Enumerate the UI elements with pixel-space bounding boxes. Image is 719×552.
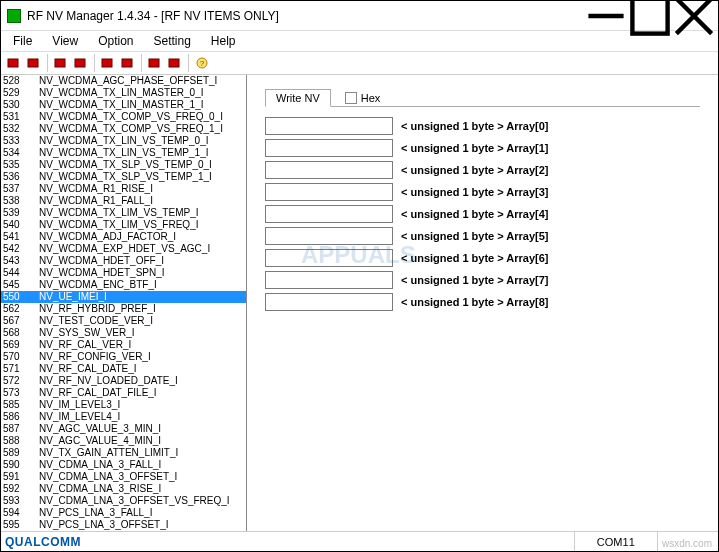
list-item[interactable]: 537NV_WCDMA_R1_RISE_I <box>1 183 246 195</box>
list-item[interactable]: 539NV_WCDMA_TX_LIM_VS_TEMP_I <box>1 207 246 219</box>
list-item[interactable]: 594NV_PCS_LNA_3_FALL_I <box>1 507 246 519</box>
toolbar-icon[interactable] <box>119 54 137 72</box>
maximize-button[interactable] <box>628 2 672 30</box>
list-item-num: 571 <box>1 363 33 375</box>
checkbox-icon[interactable] <box>345 92 357 104</box>
list-item-name: NV_WCDMA_TX_COMP_VS_FREQ_1_I <box>33 123 223 135</box>
list-item[interactable]: 543NV_WCDMA_HDET_OFF_I <box>1 255 246 267</box>
menu-help[interactable]: Help <box>203 32 244 50</box>
list-item-num: 595 <box>1 519 33 531</box>
list-item[interactable]: 567NV_TEST_CODE_VER_I <box>1 315 246 327</box>
list-item-num: 530 <box>1 99 33 111</box>
array-type-label: < unsigned 1 byte > Array[7] <box>401 274 549 286</box>
menu-setting[interactable]: Setting <box>146 32 199 50</box>
list-item-num: 590 <box>1 459 33 471</box>
menu-option[interactable]: Option <box>90 32 141 50</box>
svg-rect-11 <box>169 59 179 67</box>
list-item-name: NV_RF_CONFIG_VER_I <box>33 351 151 363</box>
array-value-input[interactable] <box>265 117 393 135</box>
list-item[interactable]: 528NV_WCDMA_AGC_PHASE_OFFSET_I <box>1 75 246 87</box>
array-value-input[interactable] <box>265 161 393 179</box>
list-item-num: 562 <box>1 303 33 315</box>
list-item[interactable]: 571NV_RF_CAL_DATE_I <box>1 363 246 375</box>
status-port: COM11 <box>574 532 657 551</box>
list-item[interactable]: 572NV_RF_NV_LOADED_DATE_I <box>1 375 246 387</box>
list-item[interactable]: 550NV_UE_IMEI_I <box>1 291 246 303</box>
array-value-input[interactable] <box>265 205 393 223</box>
nv-item-list[interactable]: 528NV_WCDMA_AGC_PHASE_OFFSET_I529NV_WCDM… <box>1 75 247 531</box>
list-item-name: NV_RF_NV_LOADED_DATE_I <box>33 375 178 387</box>
list-item[interactable]: 573NV_RF_CAL_DAT_FILE_I <box>1 387 246 399</box>
list-item[interactable]: 536NV_WCDMA_TX_SLP_VS_TEMP_1_I <box>1 171 246 183</box>
array-value-input[interactable] <box>265 271 393 289</box>
close-button[interactable] <box>672 2 716 30</box>
array-value-input[interactable] <box>265 227 393 245</box>
list-item-num: 588 <box>1 435 33 447</box>
hex-checkbox[interactable]: Hex <box>339 90 387 106</box>
array-field-row: < unsigned 1 byte > Array[6] <box>265 249 700 267</box>
list-item-num: 528 <box>1 75 33 87</box>
list-item[interactable]: 592NV_CDMA_LNA_3_RISE_I <box>1 483 246 495</box>
list-item[interactable]: 591NV_CDMA_LNA_3_OFFSET_I <box>1 471 246 483</box>
list-item[interactable]: 534NV_WCDMA_TX_LIN_VS_TEMP_1_I <box>1 147 246 159</box>
window-title: RF NV Manager 1.4.34 - [RF NV ITEMS ONLY… <box>27 9 584 23</box>
list-item-name: NV_WCDMA_ADJ_FACTOR_I <box>33 231 176 243</box>
list-item-num: 544 <box>1 267 33 279</box>
array-value-input[interactable] <box>265 139 393 157</box>
list-item[interactable]: 535NV_WCDMA_TX_SLP_VS_TEMP_0_I <box>1 159 246 171</box>
list-item[interactable]: 542NV_WCDMA_EXP_HDET_VS_AGC_I <box>1 243 246 255</box>
toolbar-icon[interactable] <box>146 54 164 72</box>
list-item[interactable]: 540NV_WCDMA_TX_LIM_VS_FREQ_I <box>1 219 246 231</box>
list-item[interactable]: 568NV_SYS_SW_VER_I <box>1 327 246 339</box>
toolbar-icon[interactable] <box>72 54 90 72</box>
array-value-input[interactable] <box>265 249 393 267</box>
list-item[interactable]: 531NV_WCDMA_TX_COMP_VS_FREQ_0_I <box>1 111 246 123</box>
toolbar-icon[interactable] <box>5 54 23 72</box>
list-item[interactable]: 589NV_TX_GAIN_ATTEN_LIMIT_I <box>1 447 246 459</box>
list-item[interactable]: 538NV_WCDMA_R1_FALL_I <box>1 195 246 207</box>
toolbar-icon[interactable] <box>25 54 43 72</box>
list-item[interactable]: 530NV_WCDMA_TX_LIN_MASTER_1_I <box>1 99 246 111</box>
menu-file[interactable]: File <box>5 32 40 50</box>
list-item[interactable]: 586NV_IM_LEVEL4_I <box>1 411 246 423</box>
brand-label: QUALCOMM <box>5 535 81 549</box>
list-item-num: 540 <box>1 219 33 231</box>
list-item[interactable]: 588NV_AGC_VALUE_4_MIN_I <box>1 435 246 447</box>
list-item-name: NV_CDMA_LNA_3_FALL_I <box>33 459 161 471</box>
array-value-input[interactable] <box>265 183 393 201</box>
hex-label: Hex <box>361 92 381 104</box>
list-item-name: NV_WCDMA_TX_LIN_MASTER_1_I <box>33 99 204 111</box>
array-field-row: < unsigned 1 byte > Array[2] <box>265 161 700 179</box>
array-value-input[interactable] <box>265 293 393 311</box>
tab-write-nv[interactable]: Write NV <box>265 89 331 107</box>
list-item[interactable]: 562NV_RF_HYBRID_PREF_I <box>1 303 246 315</box>
list-item[interactable]: 541NV_WCDMA_ADJ_FACTOR_I <box>1 231 246 243</box>
list-item[interactable]: 545NV_WCDMA_ENC_BTF_I <box>1 279 246 291</box>
list-item[interactable]: 533NV_WCDMA_TX_LIN_VS_TEMP_0_I <box>1 135 246 147</box>
list-item[interactable]: 590NV_CDMA_LNA_3_FALL_I <box>1 459 246 471</box>
list-item-num: 529 <box>1 87 33 99</box>
menu-view[interactable]: View <box>44 32 86 50</box>
list-item[interactable]: 529NV_WCDMA_TX_LIN_MASTER_0_I <box>1 87 246 99</box>
list-item[interactable]: 595NV_PCS_LNA_3_OFFSET_I <box>1 519 246 531</box>
list-item[interactable]: 585NV_IM_LEVEL3_I <box>1 399 246 411</box>
list-item[interactable]: 570NV_RF_CONFIG_VER_I <box>1 351 246 363</box>
toolbar-icon[interactable] <box>99 54 117 72</box>
minimize-button[interactable] <box>584 2 628 30</box>
list-item-num: 539 <box>1 207 33 219</box>
list-item[interactable]: 544NV_WCDMA_HDET_SPN_I <box>1 267 246 279</box>
detail-panel: Write NV Hex < unsigned 1 byte > Array[0… <box>247 75 718 531</box>
list-item-name: NV_WCDMA_TX_SLP_VS_TEMP_1_I <box>33 171 212 183</box>
about-icon[interactable]: ? <box>193 54 211 72</box>
svg-text:?: ? <box>200 59 205 68</box>
list-item[interactable]: 587NV_AGC_VALUE_3_MIN_I <box>1 423 246 435</box>
titlebar: RF NV Manager 1.4.34 - [RF NV ITEMS ONLY… <box>1 1 718 31</box>
list-item-name: NV_IM_LEVEL4_I <box>33 411 120 423</box>
list-item[interactable]: 569NV_RF_CAL_VER_I <box>1 339 246 351</box>
toolbar-icon[interactable] <box>166 54 184 72</box>
list-item[interactable]: 532NV_WCDMA_TX_COMP_VS_FREQ_1_I <box>1 123 246 135</box>
list-item[interactable]: 593NV_CDMA_LNA_3_OFFSET_VS_FREQ_I <box>1 495 246 507</box>
list-item-num: 593 <box>1 495 33 507</box>
toolbar-icon[interactable] <box>52 54 70 72</box>
list-item-num: 587 <box>1 423 33 435</box>
